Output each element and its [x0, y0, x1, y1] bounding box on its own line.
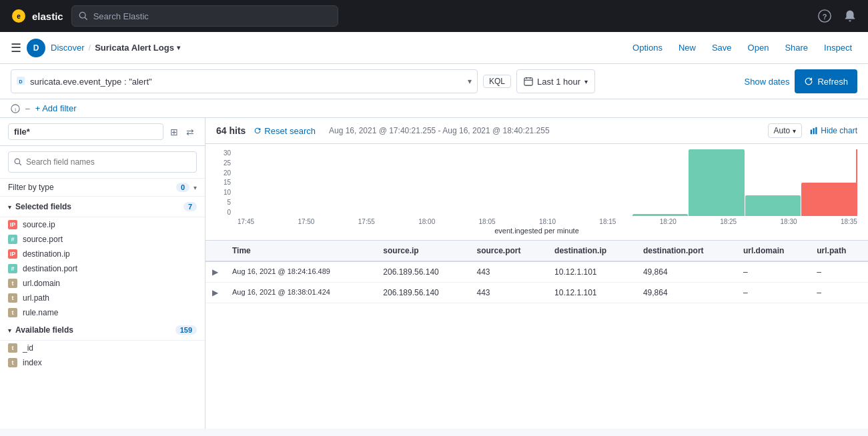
auto-label: Auto [774, 126, 791, 135]
reset-search-label: Reset search [264, 126, 316, 136]
inspect-button[interactable]: Inspect [819, 40, 857, 55]
th-time[interactable]: Time [226, 241, 376, 261]
y-label-0: 0 [216, 209, 231, 216]
y-label-30: 30 [216, 149, 231, 157]
filter-by-type-label: Filter by type [8, 183, 54, 192]
field-id[interactable]: t _id [0, 341, 205, 355]
open-button[interactable]: Open [743, 40, 775, 55]
save-button[interactable]: Save [707, 40, 737, 55]
hide-chart-button[interactable]: Hide chart [810, 126, 857, 135]
filter-by-type-badge: 0 [176, 183, 189, 192]
cell-source-port: 443 [470, 261, 548, 283]
x-label-1755: 17:55 [358, 218, 375, 225]
refresh-button[interactable]: Refresh [795, 69, 857, 93]
filter-options-button[interactable]: i [11, 104, 20, 113]
query-input[interactable] [30, 77, 464, 87]
avatar-button[interactable]: D [27, 39, 45, 57]
th-destination-port[interactable]: destination.port [636, 241, 737, 261]
y-label-15: 15 [216, 179, 231, 186]
field-source-port[interactable]: # source.port [0, 232, 205, 247]
auto-interval-select[interactable]: Auto ▾ [768, 123, 803, 138]
refresh-small-icon [254, 127, 262, 135]
chart-bar [689, 149, 745, 216]
field-type-txt-icon-2: t [8, 293, 17, 303]
th-url-domain[interactable]: url.domain [737, 241, 810, 261]
cell-source-port: 443 [470, 283, 548, 303]
help-icon[interactable]: ? [817, 9, 832, 23]
th-destination-ip[interactable]: destination.ip [548, 241, 636, 261]
cell-destination-ip: 10.12.1.101 [548, 283, 636, 303]
svg-rect-8 [524, 78, 532, 85]
svg-rect-16 [811, 130, 812, 135]
cell-source-ip: 206.189.56.140 [376, 261, 470, 283]
elastic-logo-icon: e [11, 8, 27, 24]
y-label-10: 10 [216, 189, 231, 196]
chart-bar [745, 195, 801, 216]
sidebar-columns-icon-button[interactable]: ⊞ [167, 124, 181, 140]
row-expand-button[interactable]: ▶ [212, 267, 218, 277]
th-source-ip[interactable]: source.ip [376, 241, 470, 261]
field-name-source-ip: source.ip [23, 220, 55, 229]
y-label-25: 25 [216, 159, 231, 167]
field-type-ip-icon: IP [8, 220, 17, 229]
elastic-logo[interactable]: e elastic [11, 8, 63, 24]
field-type-txt-icon-4: t [8, 343, 17, 353]
date-picker-button[interactable]: Last 1 hour ▾ [516, 69, 595, 93]
breadcrumb: Discover / Suricata Alert Logs ▾ [51, 43, 180, 53]
field-type-ip-icon-2: IP [8, 249, 17, 259]
add-filter-button[interactable]: + Add filter [35, 103, 77, 113]
breadcrumb-separator: / [89, 43, 91, 53]
global-search-bar[interactable]: Search Elastic [71, 5, 338, 27]
sidebar-icons: ⊞ ⇄ [167, 124, 197, 140]
field-destination-port[interactable]: # destination.port [0, 261, 205, 276]
current-time-marker [856, 149, 857, 216]
row-expand-button[interactable]: ▶ [212, 288, 218, 297]
field-index[interactable]: t index [0, 355, 205, 370]
th-expand [205, 241, 226, 261]
options-button[interactable]: Options [627, 40, 668, 55]
th-source-port[interactable]: source.port [470, 241, 548, 261]
hide-chart-label: Hide chart [821, 126, 857, 135]
selected-fields-chevron-icon: ▾ [8, 203, 11, 211]
field-type-txt-icon-5: t [8, 358, 17, 367]
field-source-ip[interactable]: IP source.ip [0, 217, 205, 232]
breadcrumb-current-text: Suricata Alert Logs [95, 43, 174, 53]
x-label-1820: 18:20 [660, 218, 677, 225]
field-url-path[interactable]: t url.path [0, 291, 205, 305]
y-label-20: 20 [216, 169, 231, 177]
x-label-1750: 17:50 [298, 218, 314, 225]
show-dates-button[interactable]: Show dates [745, 77, 790, 87]
selected-fields-list: IP source.ip # source.port IP destinatio… [0, 217, 205, 429]
breadcrumb-parent[interactable]: Discover [51, 43, 85, 53]
field-name-destination-port: destination.port [23, 264, 77, 273]
index-pattern-selector[interactable]: file* [8, 123, 163, 140]
x-label-1805: 18:05 [479, 218, 496, 225]
field-rule-name[interactable]: t rule.name [0, 305, 205, 320]
filter-by-type-row[interactable]: Filter by type 0 ▾ [0, 179, 205, 197]
cell-url-path: – [810, 283, 868, 303]
new-button[interactable]: New [673, 40, 701, 55]
breadcrumb-current[interactable]: Suricata Alert Logs ▾ [95, 43, 180, 53]
share-button[interactable]: Share [779, 40, 813, 55]
th-url-path[interactable]: url.path [810, 241, 868, 261]
search-icon [79, 11, 88, 21]
field-destination-ip[interactable]: IP destination.ip [0, 247, 205, 261]
cell-source-ip: 206.189.56.140 [376, 283, 470, 303]
notification-icon[interactable] [843, 9, 857, 23]
date-chevron-icon: ▾ [584, 78, 588, 85]
selected-fields-header[interactable]: ▾ Selected fields 7 [0, 197, 205, 217]
x-label-1745: 17:45 [238, 218, 254, 225]
filter-bar: i – + Add filter [0, 99, 868, 118]
reset-search-button[interactable]: Reset search [254, 126, 316, 136]
available-fields-chevron-icon: ▾ [8, 327, 11, 334]
hamburger-button[interactable]: ☰ [11, 41, 21, 55]
field-type-num-icon-2: # [8, 264, 17, 273]
cell-destination-port: 49,864 [636, 261, 737, 283]
kql-badge[interactable]: KQL [483, 75, 511, 88]
sidebar-toggle-icon-button[interactable]: ⇄ [183, 124, 197, 140]
selected-fields-title: Selected fields [15, 202, 179, 211]
search-fields-input[interactable] [26, 157, 191, 167]
available-fields-header[interactable]: ▾ Available fields 159 [0, 320, 205, 341]
index-pattern-bar: file* ⊞ ⇄ [0, 118, 205, 146]
field-url-domain[interactable]: t url.domain [0, 276, 205, 291]
